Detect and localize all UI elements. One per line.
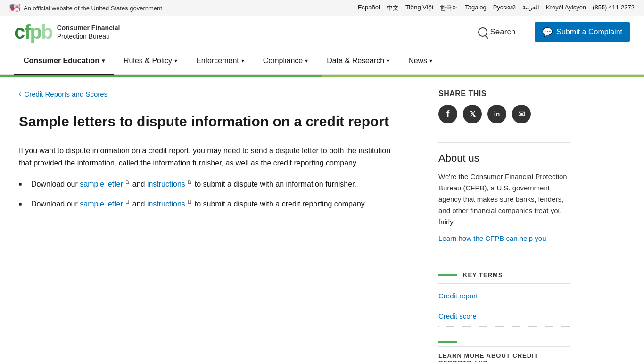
credit-report-link[interactable]: Credit report [438, 292, 478, 300]
list-pre-1: Download our [31, 181, 78, 189]
logo: cfpb Consumer Financial Protection Burea… [14, 22, 120, 42]
chevron-down-icon: ▾ [241, 58, 244, 64]
intro-text: If you want to dispute information on a … [19, 145, 405, 169]
list-item: Download our sample letter 🗋 and instruc… [19, 198, 405, 210]
key-term-item: Credit report [438, 292, 570, 306]
site-header: cfpb Consumer Financial Protection Burea… [0, 16, 644, 48]
list-post-1: to submit a dispute with an information … [195, 181, 356, 189]
key-term-item: Credit score [438, 312, 570, 327]
header-divider [525, 25, 525, 39]
sidebar: SHARE THIS f 𝕏 in ✉ About us We're the C… [424, 75, 585, 362]
nav-label: Rules & Policy [124, 57, 172, 65]
share-section: SHARE THIS f 𝕏 in ✉ [438, 90, 570, 123]
complaint-button[interactable]: 💬 Submit a Complaint [535, 22, 630, 42]
chevron-down-icon: ▾ [429, 58, 432, 64]
list-post-2: to submit a dispute with a credit report… [195, 200, 366, 208]
nav-consumer-education[interactable]: Consumer Education ▾ [14, 48, 114, 74]
file-icon-2: 🗋 [187, 179, 192, 185]
chevron-down-icon: ▾ [387, 58, 389, 64]
green-accent-line [0, 75, 644, 77]
key-terms-header: KEY TERMS [438, 272, 570, 284]
nav-label: Data & Research [327, 57, 384, 65]
list-mid-1: and [132, 181, 145, 189]
page-title: Sample letters to dispute information on… [19, 112, 405, 131]
org-name: Consumer Financial Protection Bureau [57, 24, 120, 41]
credit-score-link[interactable]: Credit score [438, 312, 477, 320]
key-terms-list: Credit report Credit score [438, 292, 570, 327]
phone-link[interactable]: (855) 411-2372 [593, 4, 635, 12]
nav-rules-policy[interactable]: Rules & Policy ▾ [114, 48, 187, 74]
sidebar-divider-1 [438, 142, 570, 143]
top-bar: 🇺🇸 An official website of the United Sta… [0, 0, 644, 16]
share-facebook-button[interactable]: f [438, 105, 457, 123]
sample-letter-link-1[interactable]: sample letter [80, 181, 123, 189]
learn-more-section: LEARN MORE ABOUT CREDIT REPORTS AND [438, 341, 570, 362]
sidebar-divider-2 [438, 262, 570, 262]
about-text: We're the Consumer Financial Protection … [438, 171, 570, 228]
complaint-icon: 💬 [542, 27, 553, 37]
file-icon-3: 🗋 [125, 199, 130, 205]
main-nav: Consumer Education ▾ Rules & Policy ▾ En… [0, 48, 644, 75]
share-email-button[interactable]: ✉ [512, 105, 531, 123]
cfpb-logo-text: cfpb [14, 22, 52, 42]
lang-tl[interactable]: Tagalog [465, 4, 487, 12]
official-text: An official website of the United States… [24, 5, 162, 12]
about-title: About us [438, 152, 570, 165]
chevron-down-icon: ▾ [102, 58, 105, 64]
nav-label: Consumer Education [24, 57, 99, 65]
search-button[interactable]: Search [478, 27, 516, 37]
share-twitter-button[interactable]: 𝕏 [463, 105, 482, 123]
back-arrow-icon: ‹ [19, 90, 21, 98]
learn-more-green-bar [438, 341, 457, 343]
content-list: Download our sample letter 🗋 and instruc… [19, 178, 405, 210]
sample-letter-link-2[interactable]: sample letter [80, 200, 123, 208]
official-notice: 🇺🇸 An official website of the United Sta… [9, 3, 162, 13]
language-links: Español 中文 Tiếng Việt 한국어 Tagalog Русски… [358, 4, 635, 12]
about-link[interactable]: Learn how the CFPB can help you [438, 234, 546, 242]
search-icon [478, 27, 487, 37]
complaint-label: Submit a Complaint [556, 28, 622, 36]
file-icon-4: 🗋 [187, 199, 192, 205]
lang-ko[interactable]: 한국어 [440, 4, 458, 12]
breadcrumb-link[interactable]: Credit Reports and Scores [24, 90, 107, 98]
nav-data-research[interactable]: Data & Research ▾ [317, 48, 399, 74]
lang-es[interactable]: Español [358, 4, 380, 12]
list-pre-2: Download our [31, 200, 78, 208]
us-flag-icon: 🇺🇸 [9, 3, 20, 13]
nav-label: News [408, 57, 427, 65]
instructions-link-1[interactable]: instructions [147, 181, 185, 189]
lang-vi[interactable]: Tiếng Việt [405, 4, 433, 12]
content-area: ‹ Credit Reports and Scores Sample lette… [0, 75, 424, 362]
file-icon-1: 🗋 [125, 179, 130, 185]
nav-enforcement[interactable]: Enforcement ▾ [187, 48, 254, 74]
nav-compliance[interactable]: Compliance ▾ [254, 48, 317, 74]
main-container: ‹ Credit Reports and Scores Sample lette… [0, 75, 644, 362]
about-section: About us We're the Consumer Financial Pr… [438, 152, 570, 243]
learn-more-title: LEARN MORE ABOUT CREDIT REPORTS AND [438, 346, 570, 362]
share-label: SHARE THIS [438, 90, 570, 98]
nav-label: Enforcement [196, 57, 239, 65]
lang-ru[interactable]: Русский [493, 4, 516, 12]
list-mid-2: and [132, 200, 145, 208]
nav-news[interactable]: News ▾ [399, 48, 442, 74]
share-icons: f 𝕏 in ✉ [438, 105, 570, 123]
green-bar-icon [438, 274, 457, 276]
share-linkedin-button[interactable]: in [487, 105, 506, 123]
chevron-down-icon: ▾ [174, 58, 177, 64]
search-label: Search [490, 27, 516, 37]
header-actions: Search 💬 Submit a Complaint [478, 22, 630, 42]
lang-zh[interactable]: 中文 [387, 4, 399, 12]
key-terms-section: KEY TERMS Credit report Credit score [438, 272, 570, 327]
nav-label: Compliance [263, 57, 303, 65]
lang-ht[interactable]: Kreyòl Ayisyen [546, 4, 586, 12]
instructions-link-2[interactable]: instructions [147, 200, 185, 208]
chevron-down-icon: ▾ [305, 58, 308, 64]
key-terms-title: KEY TERMS [463, 272, 503, 279]
breadcrumb: ‹ Credit Reports and Scores [19, 90, 405, 98]
list-item: Download our sample letter 🗋 and instruc… [19, 178, 405, 190]
lang-ar[interactable]: العربية [522, 4, 539, 12]
